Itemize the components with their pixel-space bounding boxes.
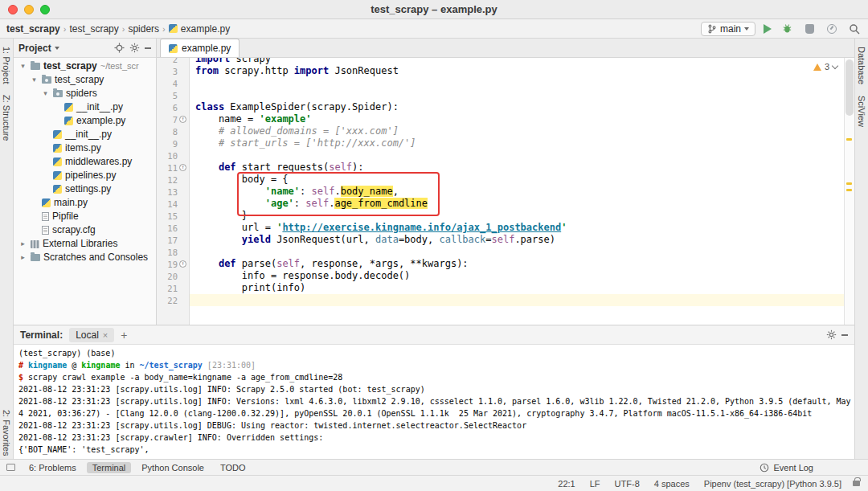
gutter[interactable]: 12 xyxy=(157,174,189,186)
tree-item-test-scrapy[interactable]: ▾test_scrapy~/test_scr xyxy=(14,59,156,73)
warning-stripe-mark[interactable] xyxy=(846,182,852,185)
chevron-collapsed-icon[interactable]: ▸ xyxy=(18,251,27,264)
toolwindow-button-6-problems[interactable]: 6: Problems xyxy=(23,462,82,473)
status-lf[interactable]: LF xyxy=(590,479,600,489)
tool-stripe-button-1-project[interactable]: 1: Project xyxy=(2,39,11,87)
chevron-collapsed-icon[interactable]: ▸ xyxy=(18,237,27,251)
code-line-19[interactable]: 19↑ def parse(self, response, *args, **k… xyxy=(157,258,854,270)
chevron-expanded-icon[interactable]: ▾ xyxy=(41,87,50,100)
code-line-9[interactable]: 9 # start_urls = ['http://xxx.com/'] xyxy=(157,137,854,149)
tool-stripe-button-z-structure[interactable]: Z: Structure xyxy=(2,87,11,144)
code-line-7[interactable]: 7↑ name = 'example' xyxy=(157,113,854,125)
tree-item-example-py[interactable]: example.py xyxy=(14,114,156,128)
gutter[interactable]: 11↑ xyxy=(157,162,189,174)
error-stripe[interactable] xyxy=(844,58,854,325)
tree-item-scratches-and-consoles[interactable]: ▸Scratches and Consoles xyxy=(14,251,156,264)
code-line-21[interactable]: 21 print(info) xyxy=(157,282,854,294)
code-line-15[interactable]: 15 } xyxy=(157,210,854,222)
code-line-8[interactable]: 8 # allowed_domains = ['xxx.com'] xyxy=(157,125,854,137)
gutter[interactable]: 4 xyxy=(157,77,189,89)
breadcrumb-item-test-scrapy[interactable]: test_scrapy xyxy=(6,23,60,35)
close-icon[interactable]: × xyxy=(103,330,108,340)
tree-item-middlewares-py[interactable]: middlewares.py xyxy=(14,155,156,169)
gutter[interactable]: 6 xyxy=(157,101,189,113)
warning-stripe-mark[interactable] xyxy=(846,138,852,141)
gutter[interactable]: 18 xyxy=(157,246,189,258)
event-log-button[interactable]: Event Log xyxy=(760,463,813,473)
gear-icon[interactable] xyxy=(826,329,837,340)
hide-panel-icon[interactable] xyxy=(841,334,848,336)
gutter[interactable]: 10 xyxy=(157,149,189,162)
run-button[interactable] xyxy=(764,24,772,34)
warning-stripe-mark[interactable] xyxy=(846,189,852,191)
status-22-1[interactable]: 22:1 xyxy=(558,479,575,489)
tool-stripe-button-database[interactable]: Database xyxy=(857,39,866,88)
toolwindow-button-terminal[interactable]: Terminal xyxy=(87,462,132,473)
code-line-13[interactable]: 13 'name': self.body_name, xyxy=(157,186,854,198)
tree-item-main-py[interactable]: main.py xyxy=(14,196,156,210)
status-pipenv-test-scrapy-python-3-9-5[interactable]: Pipenv (test_scrapy) [Python 3.9.5] xyxy=(704,479,841,489)
gutter[interactable]: 5 xyxy=(157,89,189,101)
toolwindow-button-python-console[interactable]: Python Console xyxy=(136,462,210,473)
project-panel-title[interactable]: Project xyxy=(18,43,51,54)
search-everywhere-button[interactable] xyxy=(847,22,862,36)
coverage-button[interactable] xyxy=(802,22,817,36)
tree-item-init-py[interactable]: __init__.py xyxy=(14,128,156,141)
gutter[interactable]: 9 xyxy=(157,137,189,149)
terminal-output[interactable]: (test_scrapy) (base)# kingname @ kingnam… xyxy=(14,345,854,459)
tree-item-settings-py[interactable]: settings.py xyxy=(14,182,156,196)
tool-stripe-button-2-favorites[interactable]: 2: Favorites xyxy=(2,402,11,459)
gutter[interactable]: 16 xyxy=(157,222,189,234)
scrollbar-thumb[interactable] xyxy=(845,59,854,116)
code-line-11[interactable]: 11↑ def start_requests(self): xyxy=(157,162,854,174)
gutter[interactable]: 17 xyxy=(157,234,189,246)
inspection-widget[interactable]: 3 xyxy=(811,61,840,72)
code-line-20[interactable]: 20 info = response.body.decode() xyxy=(157,270,854,282)
editor-tab-example-py[interactable]: example.py xyxy=(160,39,240,57)
tree-item-pipfile[interactable]: Pipfile xyxy=(14,210,156,223)
gutter[interactable]: 19↑ xyxy=(157,258,189,270)
toolwindow-switcher-icon[interactable] xyxy=(6,464,15,471)
breadcrumb-item-spiders[interactable]: spiders xyxy=(128,23,159,35)
code-line-18[interactable]: 18 xyxy=(157,246,854,258)
tree-item-spiders[interactable]: ▾spiders xyxy=(14,87,156,100)
locate-file-icon[interactable] xyxy=(114,43,125,53)
tree-item-external-libraries[interactable]: ▸External Libraries xyxy=(14,237,156,251)
chevron-down-icon[interactable] xyxy=(55,47,59,50)
gutter[interactable]: 22 xyxy=(157,294,189,306)
git-branch-widget[interactable]: main xyxy=(701,22,755,36)
status-4-spaces[interactable]: 4 spaces xyxy=(654,479,690,489)
code-line-4[interactable]: 4 xyxy=(157,77,854,89)
code-line-17[interactable]: 17 yield JsonRequest(url, data=body, cal… xyxy=(157,234,854,246)
tree-item-init-py[interactable]: __init__.py xyxy=(14,100,156,114)
lock-icon[interactable] xyxy=(853,481,860,486)
profiler-button[interactable] xyxy=(825,22,839,36)
code-line-5[interactable]: 5 xyxy=(157,89,854,101)
terminal-tab-local[interactable]: Local × xyxy=(69,328,114,342)
gutter[interactable]: 20 xyxy=(157,270,189,282)
debug-button[interactable] xyxy=(780,22,794,36)
breadcrumb-item-test-scrapy[interactable]: test_scrapy xyxy=(69,23,118,35)
gutter[interactable]: 14 xyxy=(157,198,189,210)
gutter[interactable]: 8 xyxy=(157,125,189,137)
tree-item-test-scrapy[interactable]: ▾test_scrapy xyxy=(14,73,156,87)
zoom-window-button[interactable] xyxy=(40,5,50,14)
gutter[interactable]: 21 xyxy=(157,282,189,294)
close-window-button[interactable] xyxy=(8,5,18,14)
chevron-expanded-icon[interactable]: ▾ xyxy=(18,59,27,73)
code-line-3[interactable]: 3from scrapy.http import JsonRequest xyxy=(157,65,854,77)
gear-icon[interactable] xyxy=(129,43,140,53)
tool-stripe-button-sciview[interactable]: SciView xyxy=(857,88,866,130)
tree-item-scrapy-cfg[interactable]: scrapy.cfg xyxy=(14,223,156,237)
hide-panel-icon[interactable] xyxy=(145,47,151,49)
override-marker-icon[interactable]: ↑ xyxy=(178,164,187,171)
code-line-14[interactable]: 14 'age': self.age_from_cmdline xyxy=(157,198,854,210)
gutter[interactable]: 7↑ xyxy=(157,113,189,125)
status-utf-8[interactable]: UTF-8 xyxy=(615,479,640,489)
code-line-10[interactable]: 10 xyxy=(157,149,854,162)
code-line-6[interactable]: 6class ExampleSpider(scrapy.Spider): xyxy=(157,101,854,113)
breadcrumb-item-example-py[interactable]: example.py xyxy=(169,23,230,35)
gutter[interactable]: 3 xyxy=(157,65,189,77)
gutter[interactable]: 13 xyxy=(157,186,189,198)
code-line-22[interactable]: 22 xyxy=(157,294,854,306)
